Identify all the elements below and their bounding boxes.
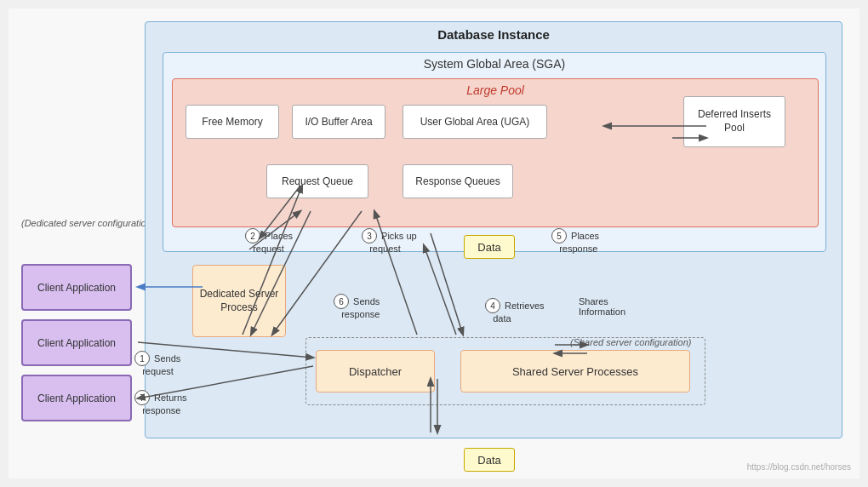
step-5-circle: 5 [551, 228, 567, 244]
step-6-circle: 6 [334, 294, 349, 309]
response-queues-box: Response Queues [403, 164, 513, 198]
step-1-label: 1 Sends request [134, 351, 180, 376]
db-instance-title: Database Instance [146, 22, 842, 42]
large-pool-title: Large Pool [173, 79, 818, 97]
step-5-label: 5 Places response [551, 228, 599, 254]
uga-box: User Global Area (UGA) [403, 105, 547, 139]
step-4-circle: 4 [485, 298, 500, 313]
dispatcher-box: Dispatcher [316, 350, 435, 392]
step-6-label: 6 Sends response [334, 294, 380, 319]
step-3-label: 3 Picks up request [362, 228, 417, 254]
diagram-container: Client Application Client Application Cl… [9, 9, 859, 478]
client-app-1: Client Application [21, 264, 132, 311]
step-7-circle: 7 [134, 390, 150, 405]
shares-info-label: SharesInformation [579, 296, 625, 317]
step-4-label: 4 Retrieves data [485, 298, 545, 324]
free-memory-box: Free Memory [186, 105, 279, 139]
sga-title: System Global Area (SGA) [163, 53, 825, 71]
deferred-inserts-box: Deferred Inserts Pool [683, 96, 785, 147]
step-1-circle: 1 [134, 351, 150, 366]
request-queue-box: Request Queue [266, 164, 368, 198]
large-pool-box: Large Pool Free Memory I/O Buffer Area U… [172, 78, 819, 227]
watermark: https://blog.csdn.net/horses [747, 462, 851, 472]
client-app-3: Client Application [21, 375, 132, 421]
client-app-2: Client Application [21, 319, 132, 366]
sga-box: System Global Area (SGA) Large Pool Free… [163, 52, 826, 252]
data-box-top: Data [464, 235, 515, 259]
step-7-label: 7 Returns response [134, 390, 187, 415]
step-2-circle: 2 [245, 228, 260, 244]
dedicated-server-box: Dedicated Server Process [192, 265, 286, 337]
dedicated-config-label: (Dedicated server configuration) [21, 217, 155, 229]
data-box-bottom: Data [464, 448, 515, 472]
shared-config-label: (Shared server configuration) [570, 336, 691, 348]
io-buffer-box: I/O Buffer Area [292, 105, 385, 139]
shared-server-box: Shared Server Processes [460, 350, 690, 392]
step-3-circle: 3 [362, 228, 377, 244]
step-2-label: 2 Places request [245, 228, 293, 254]
